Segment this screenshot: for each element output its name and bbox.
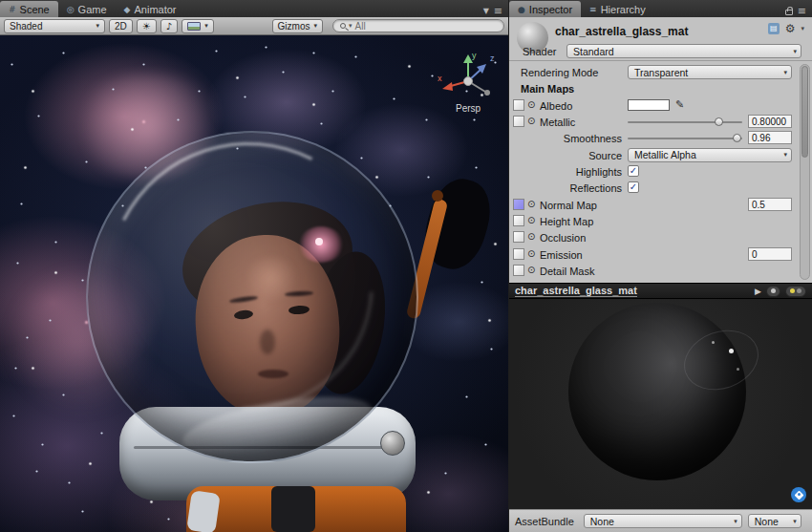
normal-map-texture-slot[interactable] (513, 199, 524, 210)
smoothness-slider[interactable] (628, 138, 742, 139)
smoothness-value-field[interactable]: 0.96 (748, 131, 792, 144)
emission-value-field[interactable]: 0 (748, 247, 792, 261)
tab-inspector[interactable]: ● Inspector (509, 1, 581, 17)
reflections-row: Reflections ✓ (509, 180, 812, 196)
play-icon[interactable]: ▶ (755, 287, 761, 296)
detail-mask-texture-slot[interactable] (513, 265, 524, 276)
sphere-reflection-ring (675, 320, 767, 400)
height-map-row: ⊙ Height Map (509, 213, 812, 229)
object-picker-icon[interactable]: ⊙ (527, 99, 535, 110)
object-picker-icon[interactable]: ⊙ (527, 248, 535, 259)
gizmos-dropdown[interactable]: Gizmos ▾ (272, 19, 323, 33)
toggle-2d-button[interactable]: 2D (109, 19, 133, 33)
object-picker-icon[interactable]: ⊙ (527, 199, 535, 209)
preview-lighting-toggle[interactable] (785, 286, 806, 297)
audio-toggle-button[interactable]: ♪ (160, 19, 178, 33)
normal-map-value-field[interactable]: 0.5 (748, 198, 792, 211)
shader-label: Shader (523, 46, 556, 57)
preview-buttons: ▶ (755, 286, 806, 297)
occlusion-row: ⊙ Occlusion (509, 229, 812, 245)
emission-row: ⊙ Emission 0 (509, 246, 812, 263)
dropdown-arrow-icon: ▾ (204, 22, 208, 30)
material-preview-area[interactable] (509, 299, 812, 509)
metallic-value-field[interactable]: 0.80000 (748, 115, 792, 128)
draw-mode-dropdown[interactable]: Shaded ▾ (4, 19, 105, 33)
source-dropdown[interactable]: Metallic Alpha ▾ (628, 148, 792, 162)
sphere-dot-icon (771, 288, 776, 293)
axis-x-label: x (438, 74, 442, 83)
asset-bundle-label: AssetBundle (515, 516, 574, 527)
pane-menu-icon[interactable]: ≡ (798, 5, 806, 17)
shader-value: Standard (573, 46, 614, 57)
inspector-scrollbar[interactable] (800, 64, 810, 280)
axis-y-label: y (472, 51, 477, 60)
occlusion-texture-slot[interactable] (513, 231, 524, 243)
search-icon (340, 23, 346, 29)
metallic-slider[interactable] (628, 121, 742, 123)
star-field-pink (0, 35, 1, 36)
highlights-label: Highlights (509, 166, 622, 178)
metallic-slider-handle[interactable] (715, 117, 723, 126)
context-menu-arrow-icon[interactable]: ▾ (801, 25, 804, 32)
material-preview-header[interactable]: char_astrella_glass_mat ▶ (509, 283, 812, 299)
reflections-checkbox[interactable]: ✓ (628, 181, 639, 193)
highlights-row: Highlights ✓ (509, 163, 812, 180)
object-picker-icon[interactable]: ⊙ (527, 116, 535, 126)
lock-icon[interactable] (785, 10, 793, 15)
height-map-label: Height Map (540, 216, 593, 227)
metallic-label: Metallic (540, 117, 575, 128)
asset-bundle-bar: AssetBundle None ▾ None ▾ (509, 509, 812, 532)
shader-dropdown[interactable]: Standard ▾ (566, 44, 801, 58)
asset-bundle-dropdown[interactable]: None ▾ (584, 514, 742, 528)
help-doc-icon[interactable]: ▤ (768, 23, 780, 34)
emission-texture-slot[interactable] (513, 248, 524, 260)
effects-icon (187, 22, 201, 31)
preview-title: char_astrella_glass_mat (515, 285, 637, 297)
asset-bundle-variant-dropdown[interactable]: None ▾ (748, 514, 801, 528)
effects-dropdown[interactable]: ▾ (182, 19, 214, 33)
metallic-texture-slot[interactable] (513, 116, 524, 127)
albedo-texture-slot[interactable] (513, 99, 524, 111)
scene-viewport[interactable]: z y x Persp (0, 35, 508, 532)
smoothness-row: Smoothness 0.96 (509, 130, 812, 146)
material-name: char_astrella_glass_mat (555, 25, 688, 38)
tab-inspector-label: Inspector (529, 4, 572, 15)
object-picker-icon[interactable]: ⊙ (527, 265, 535, 275)
material-preview-sphere (568, 303, 746, 480)
tab-hierarchy[interactable]: ≡ Hierarchy (581, 1, 654, 17)
source-label: Source (509, 150, 622, 161)
tab-animator-label: Animator (135, 4, 177, 15)
helmet-collar-port (380, 431, 405, 456)
tab-hierarchy-label: Hierarchy (601, 4, 646, 15)
albedo-label: Albedo (540, 100, 572, 112)
scene-orientation-gizmo[interactable]: z y x Persp (438, 49, 499, 121)
tab-game[interactable]: ◎ Game (58, 1, 116, 17)
emission-label: Emission (540, 249, 583, 261)
sphere-specular-highlight (712, 341, 715, 344)
source-row: Source Metallic Alpha ▾ (509, 147, 812, 163)
albedo-color-swatch[interactable] (628, 99, 670, 111)
tab-animator[interactable]: ◆ Animator (116, 1, 185, 17)
toggle-2d-label: 2D (115, 21, 127, 32)
scene-search-field[interactable]: ▾ All (332, 19, 504, 32)
inspector-scrollbar-thumb[interactable] (801, 66, 808, 158)
pane-dropdown-icon[interactable]: ▼ (483, 7, 489, 15)
asset-label-tag-icon[interactable] (791, 487, 806, 502)
object-picker-icon[interactable]: ⊙ (527, 215, 535, 225)
pane-menu-icon[interactable]: ≡ (494, 5, 502, 17)
right-pane-menu: ≡ (780, 5, 812, 17)
highlights-checkbox[interactable]: ✓ (628, 165, 639, 177)
tab-scene[interactable]: # Scene (0, 1, 58, 17)
gear-icon[interactable]: ⚙ (785, 23, 796, 34)
dock-tab-strip: # Scene ◎ Game ◆ Animator ▼ ≡ ● Inspecto… (0, 0, 812, 17)
rendering-mode-row: Rendering Mode Transparent ▾ (509, 64, 812, 80)
sun-icon: ☀ (142, 21, 151, 32)
persp-label[interactable]: Persp (456, 103, 481, 114)
rendering-mode-dropdown[interactable]: Transparent ▾ (628, 65, 792, 79)
height-map-texture-slot[interactable] (513, 215, 524, 226)
lighting-toggle-button[interactable]: ☀ (137, 19, 157, 33)
preview-shape-toggle[interactable] (766, 286, 780, 297)
smoothness-slider-handle[interactable] (733, 134, 741, 142)
eyedropper-icon[interactable]: ✎ (675, 98, 684, 111)
object-picker-icon[interactable]: ⊙ (527, 231, 535, 242)
